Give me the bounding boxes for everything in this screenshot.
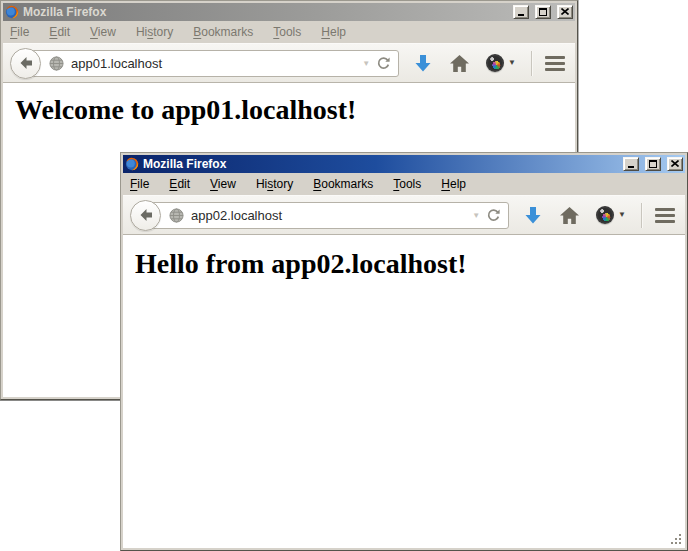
menu-item-help[interactable]: Help <box>440 175 467 194</box>
resize-grip-icon[interactable] <box>669 532 682 545</box>
toolbar-separator <box>641 203 642 228</box>
minimize-icon <box>518 14 524 16</box>
close-button[interactable] <box>557 5 573 19</box>
nav-toolbar-app02: ▼ ▼ <box>123 195 685 235</box>
titlebar-app01[interactable]: Mozilla Firefox <box>3 3 575 21</box>
firefox-logo-icon <box>125 157 139 171</box>
reload-icon[interactable] <box>486 208 501 223</box>
menubar-app01: File Edit View History Bookmarks Tools H… <box>3 21 575 43</box>
maximize-button[interactable] <box>535 5 551 19</box>
menubar-app02: File Edit View History Bookmarks Tools H… <box>123 173 685 195</box>
url-dropdown-icon[interactable]: ▼ <box>472 212 480 220</box>
menu-item-help[interactable]: Help <box>320 23 347 42</box>
color-wheel-addon-icon <box>486 54 504 72</box>
desktop: { "colors": { "active_titlebar_start": "… <box>0 0 688 551</box>
menu-item-history[interactable]: History <box>255 175 294 194</box>
menu-item-view[interactable]: View <box>209 175 237 194</box>
menu-item-edit[interactable]: Edit <box>48 23 71 42</box>
home-button[interactable] <box>560 207 579 224</box>
home-icon <box>560 207 579 224</box>
toolbar-icons: ▼ <box>523 203 675 228</box>
addon-button[interactable]: ▼ <box>596 206 626 224</box>
download-arrow-icon <box>413 53 433 73</box>
url-dropdown-icon[interactable]: ▼ <box>362 60 370 68</box>
menu-item-tools[interactable]: Tools <box>272 23 302 42</box>
home-icon <box>450 55 469 72</box>
menu-item-history[interactable]: History <box>135 23 174 42</box>
url-bar[interactable]: ▼ <box>25 50 399 77</box>
addon-dropdown-caret-icon: ▼ <box>618 211 626 219</box>
window-title: Mozilla Firefox <box>143 157 617 171</box>
toolbar-icons: ▼ <box>413 51 565 76</box>
home-button[interactable] <box>450 55 469 72</box>
menu-item-bookmarks[interactable]: Bookmarks <box>312 175 374 194</box>
globe-icon <box>169 208 184 223</box>
minimize-button[interactable] <box>623 157 639 171</box>
back-arrow-icon <box>138 207 154 223</box>
close-button[interactable] <box>667 157 683 171</box>
reload-icon[interactable] <box>376 56 391 71</box>
minimize-button[interactable] <box>513 5 529 19</box>
window-title: Mozilla Firefox <box>23 5 507 19</box>
menu-item-view[interactable]: View <box>89 23 117 42</box>
firefox-window-app02: Mozilla Firefox File Edit View History B… <box>120 152 688 551</box>
toolbar-separator <box>531 51 532 76</box>
back-button[interactable] <box>10 48 41 79</box>
color-wheel-addon-icon <box>596 206 614 224</box>
page-heading-app01: Welcome to app01.localhost! <box>15 94 575 126</box>
download-arrow-icon <box>523 205 543 225</box>
back-button[interactable] <box>130 200 161 231</box>
url-input[interactable] <box>191 205 468 225</box>
app-menu-button[interactable] <box>545 56 565 71</box>
maximize-icon <box>649 160 657 168</box>
url-bar[interactable]: ▼ <box>145 202 509 229</box>
firefox-logo-icon <box>5 5 19 19</box>
close-icon <box>561 8 569 15</box>
url-input[interactable] <box>71 53 358 73</box>
app-menu-button[interactable] <box>655 208 675 223</box>
maximize-icon <box>539 8 547 16</box>
downloads-button[interactable] <box>413 53 433 73</box>
minimize-icon <box>628 166 634 168</box>
menu-item-file[interactable]: File <box>9 23 30 42</box>
nav-toolbar-app01: ▼ ▼ <box>3 43 575 83</box>
globe-icon <box>49 56 64 71</box>
addon-button[interactable]: ▼ <box>486 54 516 72</box>
addon-dropdown-caret-icon: ▼ <box>508 59 516 67</box>
downloads-button[interactable] <box>523 205 543 225</box>
back-arrow-icon <box>18 55 34 71</box>
menu-item-file[interactable]: File <box>129 175 150 194</box>
page-heading-app02: Hello from app02.localhost! <box>135 248 685 280</box>
menu-item-tools[interactable]: Tools <box>392 175 422 194</box>
titlebar-app02[interactable]: Mozilla Firefox <box>123 155 685 173</box>
maximize-button[interactable] <box>645 157 661 171</box>
menu-item-bookmarks[interactable]: Bookmarks <box>192 23 254 42</box>
menu-item-edit[interactable]: Edit <box>168 175 191 194</box>
close-icon <box>671 160 679 167</box>
page-content-app02: Hello from app02.localhost! <box>123 235 685 548</box>
